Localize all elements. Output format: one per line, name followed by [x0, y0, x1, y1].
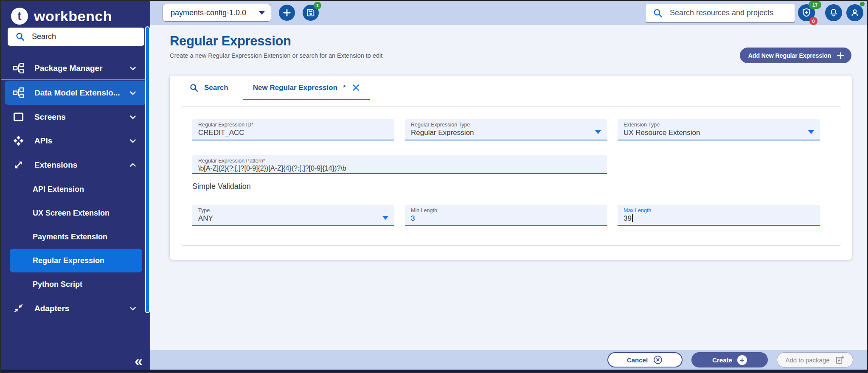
sidebar-subitem-label: Payments Extension	[33, 233, 107, 241]
tab-new-regular-expression[interactable]: New Regular Expression *	[243, 76, 370, 100]
field-label: Regular Expression Pattern*	[192, 155, 607, 164]
global-search-placeholder: Search resources and projects	[670, 8, 773, 17]
add-to-package-button[interactable]: Add to package	[777, 352, 853, 367]
sidebar-subitem-label: Regular Expression	[33, 256, 104, 265]
sidebar-item-screens[interactable]: Screens	[1, 105, 150, 129]
footer-action-bar: Cancel Create + Add to package	[150, 350, 868, 370]
sidebar-search-placeholder: Search	[32, 32, 56, 41]
new-package-button[interactable]	[279, 5, 295, 21]
field-label: Type	[192, 205, 394, 213]
sidebar-item-label: Extensions	[34, 160, 128, 170]
field-label: Max Length	[618, 205, 820, 213]
chevron-up-icon	[128, 160, 138, 170]
app-logo-icon: t	[11, 8, 28, 25]
field-value: Regular Expression	[405, 128, 607, 137]
validation-type-select[interactable]: Type ANY	[192, 205, 394, 226]
chevron-down-icon	[808, 130, 814, 134]
chevron-down-icon	[595, 130, 601, 134]
sidebar-scrollbar-thumb[interactable]	[145, 26, 150, 313]
field-label: Regular Expression ID*	[192, 119, 394, 128]
text-cursor	[632, 214, 633, 222]
sidebar-item-label: Screens	[34, 112, 128, 122]
sidebar-item-package-manager[interactable]: Package Manager	[1, 56, 150, 80]
chevron-down-icon	[128, 112, 138, 122]
notifications-button[interactable]	[825, 4, 842, 21]
sidebar-collapse-button[interactable]: «	[135, 353, 143, 368]
topbar: payments-config-1.0.0 1 Search resources…	[150, 1, 868, 25]
person-icon	[849, 7, 860, 18]
sidebar-item-label: Adapters	[34, 304, 128, 313]
app-name: workbench	[34, 8, 112, 25]
unsaved-changes-marker: *	[343, 84, 346, 92]
sidebar-item-data-model-extensions[interactable]: Data Model Extensio...	[5, 81, 146, 105]
extension-type-select[interactable]: Extension Type UX Resource Extension	[618, 119, 820, 140]
field-value: 3	[405, 213, 607, 223]
regular-expression-panel: Search New Regular Expression * Regular …	[170, 76, 852, 260]
account-status-dot	[860, 2, 865, 6]
search-icon	[15, 32, 25, 42]
alerts-badge: 17	[809, 1, 821, 9]
field-value: 39	[618, 213, 820, 223]
sidebar-subitem-api-extension[interactable]: API Extension	[1, 177, 150, 201]
org-tree-icon	[13, 62, 24, 74]
plus-icon	[282, 8, 292, 17]
simple-validation-heading: Simple Validation	[192, 182, 251, 191]
sidebar-item-extensions[interactable]: Extensions	[1, 153, 150, 177]
add-new-label: Add New Regular Expression	[748, 52, 831, 59]
sidebar-item-apis[interactable]: APIs	[1, 129, 150, 153]
sidebar-subitem-ux-screen-extension[interactable]: UX Screen Extension	[1, 201, 150, 225]
create-button[interactable]: Create +	[691, 352, 768, 367]
regex-pattern-field[interactable]: Regular Expression Pattern* \b[A-Z]{2}(?…	[192, 155, 607, 174]
expand-arrows-icon	[13, 159, 24, 171]
global-search-input[interactable]: Search resources and projects	[646, 4, 795, 22]
max-length-field[interactable]: Max Length 39	[618, 205, 820, 226]
circled-x-icon	[653, 355, 663, 365]
tab-bar: Search New Regular Expression *	[170, 76, 852, 100]
sidebar-subitem-label: UX Screen Extension	[33, 209, 110, 218]
regex-id-field[interactable]: Regular Expression ID* CREDIT_ACC	[192, 119, 394, 140]
add-new-regular-expression-button[interactable]: Add New Regular Expression	[740, 48, 851, 63]
sidebar-item-adapters[interactable]: Adapters	[1, 296, 150, 320]
field-label: Min Length	[405, 205, 607, 213]
sidebar-subitem-regular-expression[interactable]: Regular Expression	[10, 249, 142, 272]
sidebar-item-label: APIs	[34, 136, 128, 146]
chevron-down-icon	[128, 88, 138, 98]
tab-label: Search	[204, 84, 228, 92]
add-to-package-label: Add to package	[785, 356, 829, 364]
form-card: Regular Expression ID* CREDIT_ACC Regula…	[181, 106, 841, 246]
shield-plus-icon	[801, 8, 812, 18]
field-value: \b[A-Z]{2}(?:[.]?[0-9]{2})[A-Z]{4}(?:[.]…	[192, 164, 607, 172]
page-subtitle: Create a new Regular Expression Extensio…	[170, 52, 382, 59]
sidebar-subitem-label: API Extension	[33, 185, 84, 194]
bell-icon	[829, 8, 839, 18]
sidebar-item-label: Package Manager	[34, 64, 128, 73]
sidebar-search-input[interactable]: Search	[8, 28, 144, 46]
package-selector-value: payments-config-1.0.0	[171, 8, 246, 17]
sidebar-subitem-python-script[interactable]: Python Script	[1, 272, 150, 296]
sidebar-scrollbar[interactable]	[145, 26, 150, 313]
four-diamonds-icon	[13, 135, 24, 146]
note-plus-icon	[835, 355, 845, 365]
close-icon[interactable]	[351, 83, 360, 92]
field-value: CREDIT_ACC	[192, 128, 394, 137]
double-chevron-left-icon: «	[135, 353, 143, 369]
workbench-window: t workbench Search Package Manager	[0, 0, 868, 373]
main-content: Regular Expression Create a new Regular …	[150, 25, 868, 352]
min-length-field[interactable]: Min Length 3	[405, 205, 607, 226]
sidebar-subitem-payments-extension[interactable]: Payments Extension	[1, 225, 150, 249]
field-label: Extension Type	[618, 119, 820, 128]
logo-letter: t	[17, 9, 21, 23]
collapse-arrows-icon	[13, 303, 24, 314]
plus-icon	[836, 51, 845, 60]
chevron-down-icon	[128, 64, 138, 73]
field-value: ANY	[192, 213, 394, 223]
tab-search[interactable]: Search	[171, 76, 243, 100]
circled-plus-icon: +	[737, 355, 747, 365]
package-selector[interactable]: payments-config-1.0.0	[163, 4, 271, 22]
cancel-button[interactable]: Cancel	[607, 352, 683, 367]
regex-type-select[interactable]: Regular Expression Type Regular Expressi…	[405, 119, 607, 140]
save-icon	[306, 8, 315, 17]
sidebar-subitem-label: Python Script	[33, 280, 82, 289]
errors-badge: 0	[809, 17, 817, 25]
account-button[interactable]	[846, 4, 863, 21]
